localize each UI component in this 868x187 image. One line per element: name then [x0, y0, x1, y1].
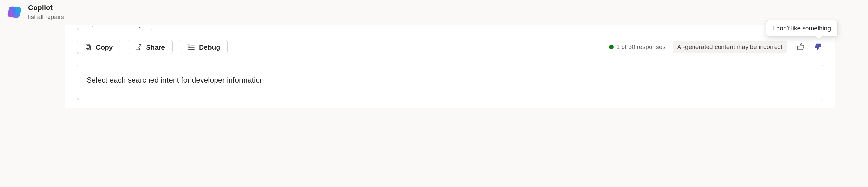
debug-button-label: Debug: [199, 44, 220, 51]
svg-rect-1: [86, 44, 89, 49]
status-dot-icon: [609, 44, 614, 49]
share-icon: [135, 43, 142, 51]
dislike-tooltip: I don't like something: [766, 20, 838, 37]
copy-button[interactable]: Copy: [77, 40, 121, 54]
thumbs-down-icon: [814, 43, 822, 52]
share-button[interactable]: Share: [128, 40, 173, 54]
debug-button[interactable]: Debug: [180, 40, 227, 54]
debug-icon: [187, 43, 195, 51]
truncated-preview-box: [77, 25, 153, 30]
copy-icon: [85, 43, 92, 51]
app-title: Copilot: [28, 3, 64, 12]
thumbs-up-button[interactable]: [796, 41, 806, 53]
response-panel: Copy Share: [65, 25, 835, 108]
header-bar: Copilot list all repairs: [0, 0, 868, 25]
copilot-logo-icon: [7, 5, 22, 20]
feedback-controls: I don't like something: [796, 41, 824, 53]
intent-card: Select each searched intent for develope…: [77, 64, 824, 100]
svg-rect-0: [87, 45, 90, 50]
truncated-preview-row: [65, 25, 835, 31]
thumbs-up-icon: [797, 43, 805, 52]
main-area: Copy Share: [0, 25, 868, 108]
response-count: 1 of 30 responses: [609, 43, 665, 51]
ai-disclaimer-badge: AI-generated content may be incorrect: [673, 41, 787, 53]
share-button-label: Share: [146, 44, 165, 51]
response-count-text: 1 of 30 responses: [616, 43, 665, 51]
copy-button-label: Copy: [96, 44, 113, 51]
header-text-block: Copilot list all repairs: [28, 3, 64, 21]
header-subtitle: list all repairs: [28, 13, 64, 21]
response-toolbar: Copy Share: [65, 31, 835, 54]
thumbs-down-button[interactable]: [813, 41, 824, 53]
intent-prompt-text: Select each searched intent for develope…: [87, 76, 814, 85]
dislike-tooltip-text: I don't like something: [773, 25, 831, 32]
